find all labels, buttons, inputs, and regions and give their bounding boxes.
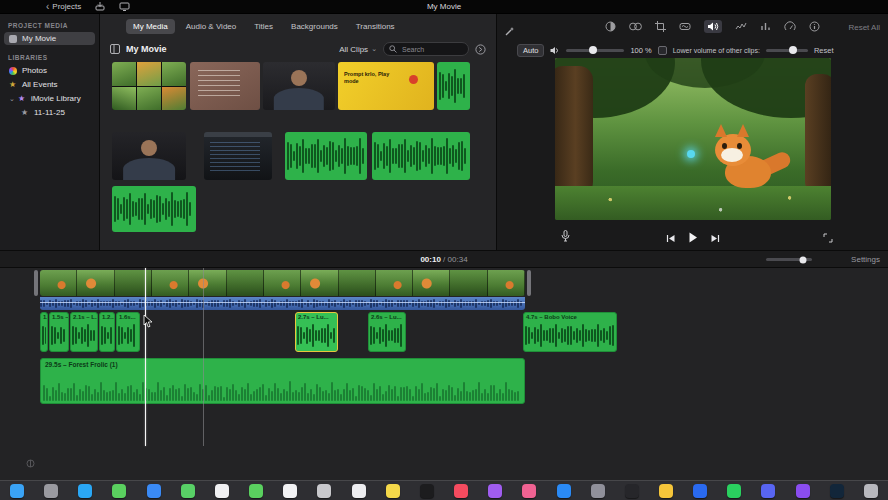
trim-handle-left[interactable] [34,270,38,296]
dock-icon-trash[interactable] [864,484,878,498]
library-list-icon[interactable] [110,40,120,58]
dock-icon-calendar[interactable] [283,484,297,498]
filmstrip-frame [115,270,152,296]
timeline-audio-clip[interactable]: 1.5s –... [49,312,69,352]
timeline-video-clip[interactable] [40,270,525,296]
back-to-projects-button[interactable]: ‹ Projects [46,2,81,11]
tab-backgrounds[interactable]: Backgrounds [284,19,345,34]
search-field[interactable] [383,42,469,56]
timeline-audio-clip[interactable]: 4.7s – Bobo Voice [523,312,617,352]
dock-icon-news[interactable] [522,484,536,498]
play-button[interactable] [688,229,697,247]
dock-icon-spotify[interactable] [727,484,741,498]
timeline-zoom-slider[interactable] [766,258,812,261]
speed-icon[interactable] [784,21,796,32]
media-clip-thumbnail[interactable] [204,132,272,180]
timeline-settings-button[interactable]: Settings [851,255,880,264]
dock-icon-podcasts[interactable] [488,484,502,498]
media-audio-thumbnail[interactable] [112,186,196,232]
tab-my-media[interactable]: My Media [126,19,175,34]
playhead[interactable] [145,268,146,446]
timeline-audio-clip[interactable]: 2.7s – Lu... [295,312,338,352]
slider-knob[interactable] [789,46,797,54]
ducking-slider[interactable] [766,49,808,52]
sidebar-item-my-movie[interactable]: My Movie [4,32,95,45]
dock-icon-contacts[interactable] [317,484,331,498]
media-clip-thumbnail[interactable] [112,62,186,110]
previous-button[interactable] [665,229,675,247]
tab-audio-video[interactable]: Audio & Video [179,19,244,34]
media-clip-thumbnail[interactable] [263,62,335,110]
dock-icon-chrome[interactable] [659,484,673,498]
sidebar-item-photos[interactable]: Photos [4,64,95,77]
filmstrip-frame [413,270,450,296]
dock-icon-facetime[interactable] [249,484,263,498]
media-audio-thumbnail[interactable] [285,132,367,180]
dock-icon-notes[interactable] [386,484,400,498]
timeline-music-clip[interactable]: 29.5s – Forest Frolic (1) [40,358,525,404]
dock-icon-settings[interactable] [591,484,605,498]
dock-icon-photoshop[interactable] [830,484,844,498]
media-audio-thumbnail[interactable] [372,132,470,180]
crop-icon[interactable] [655,21,666,32]
waveform-graphic [439,66,468,106]
dock-icon-maps[interactable] [181,484,195,498]
chevron-down-icon[interactable]: ⌄ [9,95,15,103]
search-input[interactable] [400,45,462,54]
dock-icon-discord[interactable] [761,484,775,498]
dock-icon-imovie[interactable] [796,484,810,498]
enhance-icon[interactable] [505,22,515,40]
media-audio-thumbnail[interactable] [437,62,470,110]
import-media-icon[interactable] [95,2,105,11]
dock-icon-photos[interactable] [215,484,229,498]
dock-icon-mail[interactable] [147,484,161,498]
dock-icon-finder[interactable] [10,484,24,498]
media-clip-thumbnail[interactable] [190,62,260,110]
dock-icon-safari[interactable] [78,484,92,498]
fullscreen-icon[interactable] [823,229,833,247]
auto-volume-button[interactable]: Auto [517,44,544,57]
dock-icon-reminders[interactable] [352,484,366,498]
display-icon[interactable] [119,2,130,11]
media-clip-thumbnail[interactable]: Prompt krlo, Play mode [338,62,434,110]
timeline-audio-clip[interactable]: 1.6s... [116,312,140,352]
timeline-audio-clip[interactable]: 1... [40,312,48,352]
dock-icon-messages[interactable] [112,484,126,498]
dock-icon-appstore[interactable] [557,484,571,498]
reset-button[interactable]: Reset [814,46,834,55]
media-clip-thumbnail[interactable] [112,132,186,180]
trim-handle-right[interactable] [527,270,531,296]
volume-icon[interactable] [704,20,722,33]
timeline-video-audio-track[interactable] [40,297,525,310]
slider-knob[interactable] [799,256,806,263]
timeline-audio-clip[interactable]: 1.2... [99,312,115,352]
clip-appearance-icon[interactable] [475,44,486,55]
clip-filter-dropdown[interactable]: All Clips ⌄ [339,45,377,54]
next-button[interactable] [710,229,720,247]
eq-icon[interactable] [760,21,771,32]
reset-all-button[interactable]: Reset All [848,23,880,32]
timeline-audio-clip[interactable]: 2.6s – Lu... [368,312,406,352]
lower-volume-checkbox[interactable] [658,46,667,55]
noise-reduction-icon[interactable] [735,21,747,32]
dock-icon-launchpad[interactable] [44,484,58,498]
stabilization-icon[interactable] [679,21,691,32]
color-balance-icon[interactable] [605,21,616,32]
dock-icon-terminal[interactable] [625,484,639,498]
timeline-audio-clip[interactable]: 2.1s – L... [70,312,98,352]
volume-line[interactable] [40,302,525,303]
tab-transitions[interactable]: Transitions [349,19,402,34]
dock-icon-tv[interactable] [420,484,434,498]
dock-icon-vscode[interactable] [693,484,707,498]
sidebar-item-all-events[interactable]: All Events [4,78,95,91]
info-icon[interactable] [809,21,820,32]
dock-icon-music[interactable] [454,484,468,498]
tab-titles[interactable]: Titles [247,19,280,34]
volume-slider[interactable] [566,49,624,52]
project-media-header: PROJECT MEDIA [0,14,99,31]
sidebar-item-11-11-25[interactable]: 11-11-25 [16,106,95,119]
color-correction-icon[interactable] [629,21,642,32]
voiceover-mic-icon[interactable] [561,228,570,246]
slider-knob[interactable] [589,46,597,54]
sidebar-item-imovie-library[interactable]: ⌄iMovie Library [4,92,95,105]
